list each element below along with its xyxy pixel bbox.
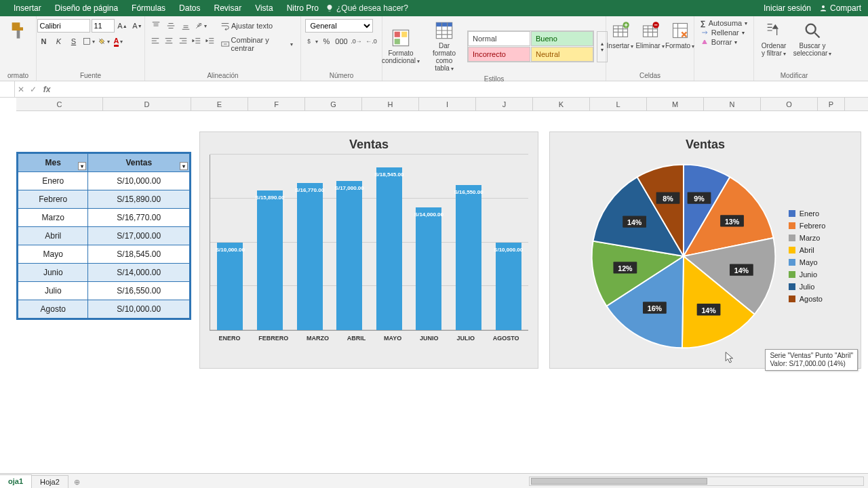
align-center[interactable] [163,35,175,48]
legend-item[interactable]: Febrero [789,222,826,230]
legend-item[interactable]: Julio [789,283,826,291]
menu-tab[interactable]: Nitro Pro [280,3,326,13]
name-box[interactable] [0,81,15,97]
sign-in[interactable]: Iniciar sesión [764,3,811,13]
cond-format[interactable]: Formato condicional [380,26,421,66]
col-header[interactable]: Mes▾ [18,154,88,172]
formula-input[interactable] [54,81,868,97]
column-header[interactable]: N [704,98,761,110]
table-row[interactable]: AgostoS/10,000.00 [18,300,190,319]
find-select[interactable]: Buscar y seleccionar [793,19,831,59]
percent[interactable]: % [320,35,334,48]
column-header[interactable]: M [647,98,704,110]
menu-tab[interactable]: Vista [248,3,279,13]
format-painter[interactable] [0,19,39,42]
table-row[interactable]: MayoS/18,545.00 [18,245,190,264]
legend-item[interactable]: Abril [789,246,826,254]
table-row[interactable]: FebreroS/15,890.00 [18,190,190,209]
fx-icon[interactable]: fx [39,85,54,94]
inc-decimal[interactable]: .0→ [350,35,363,48]
hscrollbar[interactable] [529,476,864,486]
table-row[interactable]: JulioS/16,550.00 [18,282,190,300]
bar-chart[interactable]: Ventas S/10,000.00S/15,890.00S/16,770.00… [199,131,538,369]
column-header[interactable]: F [248,98,305,110]
filter-icon[interactable]: ▾ [78,162,86,170]
share-button[interactable]: Compart [819,3,861,13]
bar[interactable]: S/16,550.00 [456,185,481,330]
column-header[interactable]: H [362,98,419,110]
merge-center[interactable]: Combinar y centrar [218,35,296,54]
indent-dec[interactable] [191,35,203,48]
sheet-tab[interactable]: oja1 [0,474,32,488]
border-button[interactable] [82,35,96,48]
underline-button[interactable]: S [67,35,81,48]
column-header[interactable]: K [533,98,590,110]
menu-tab[interactable]: Revisar [207,3,248,13]
menu-tab[interactable]: Diseño de página [48,3,125,13]
column-header[interactable]: I [419,98,476,110]
italic-button[interactable]: K [52,35,66,48]
dec-decimal[interactable]: ←.0 [365,35,378,48]
check-icon[interactable]: ✓ [27,85,39,94]
add-sheet[interactable]: ⊕ [68,476,85,488]
col-header[interactable]: Ventas▾ [88,154,190,172]
bar[interactable]: S/15,890.00 [257,190,283,330]
sort-filter[interactable]: Ordenar y filtrar [757,19,791,59]
table-row[interactable]: AbrilS/17,000.00 [18,227,190,245]
orientation[interactable]: ab [194,19,208,33]
fill-color[interactable] [97,35,111,48]
font-name[interactable] [37,19,90,33]
bar[interactable]: S/18,545.00 [376,167,402,330]
table-row[interactable]: JunioS/14,000.00 [18,264,190,282]
align-right[interactable] [176,35,189,48]
bar[interactable]: S/17,000.00 [336,181,362,330]
tell-me[interactable]: ¿Qué desea hacer? [326,3,408,13]
fill[interactable]: Rellenar▾ [701,28,747,37]
align-bottom[interactable] [179,19,193,33]
column-header[interactable]: C [16,98,103,110]
align-left[interactable] [149,35,161,48]
indent-inc[interactable] [204,35,216,48]
delete-cells[interactable]: Eliminar [637,19,664,52]
bar[interactable]: S/10,000.00 [217,243,243,331]
format-table[interactable]: Dar formato como tabla [424,19,465,74]
insert-cells[interactable]: Insertar [607,19,634,52]
align-top[interactable] [149,19,163,33]
bar[interactable]: S/16,770.00 [297,183,323,330]
font-size[interactable] [92,19,115,33]
comma[interactable]: 000 [335,35,349,48]
bar[interactable]: S/14,000.00 [416,207,441,330]
wrap-text[interactable]: Ajustar texto [217,19,276,33]
shrink-font[interactable]: A▼ [131,19,144,33]
bold-button[interactable]: N [37,35,51,48]
column-header[interactable]: D [103,98,191,110]
clear[interactable]: Borrar▾ [701,38,747,46]
currency[interactable]: $ [305,35,319,48]
worksheet[interactable]: CDEFGHIJKLMNOP Mes▾ Ventas▾ EneroS/10,00… [0,98,868,453]
grow-font[interactable]: A▲ [116,19,130,33]
table-row[interactable]: MarzoS/16,770.00 [18,209,190,227]
cancel-icon[interactable]: ✕ [15,85,27,94]
legend-item[interactable]: Junio [789,270,826,279]
menu-tab[interactable]: Datos [172,3,207,13]
legend-item[interactable]: Agosto [789,295,826,303]
column-header[interactable]: L [590,98,647,110]
menu-tab[interactable]: Insertar [7,3,48,13]
column-header[interactable]: O [761,98,818,110]
legend-item[interactable]: Enero [789,209,826,218]
table-row[interactable]: EneroS/10,000.00 [18,172,190,190]
sheet-tab[interactable]: Hoja2 [31,475,68,488]
menu-tab[interactable]: Fórmulas [125,3,172,13]
legend-item[interactable]: Marzo [789,234,826,242]
filter-icon[interactable]: ▾ [180,162,188,170]
font-color[interactable]: A [112,35,125,48]
legend-item[interactable]: Mayo [789,258,826,266]
column-header[interactable]: P [818,98,845,110]
autosum[interactable]: ∑Autosuma▾ [701,19,747,27]
number-format[interactable]: General [305,19,373,33]
format-cells[interactable]: Formato [667,19,694,52]
column-header[interactable]: J [476,98,533,110]
cell-styles[interactable]: Normal Bueno Incorrecto Neutral [467,30,594,62]
column-header[interactable]: E [191,98,248,110]
pie-chart[interactable]: Ventas 9%13%14%14%16%12%14%8% EneroFebre… [549,131,861,369]
